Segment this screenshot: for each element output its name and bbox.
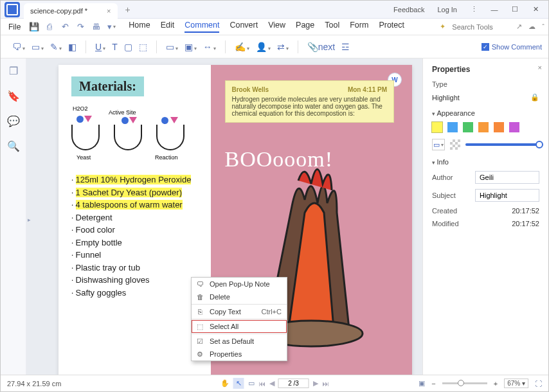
printer-icon[interactable]: 🖶 — [90, 21, 102, 33]
swatch-blue[interactable] — [447, 122, 458, 132]
magic-icon[interactable]: ✦ — [440, 22, 446, 31]
highlight-line-2[interactable]: 1 Sachet Dry Yeast (powder) — [76, 188, 182, 197]
minimize-button[interactable]: — — [485, 3, 503, 16]
swatch-orange2[interactable] — [494, 122, 504, 132]
highlight-tool[interactable]: ▭ — [32, 42, 44, 52]
ctx-properties[interactable]: ⚙Properties — [192, 348, 287, 361]
first-page-icon[interactable]: ⏮ — [258, 380, 266, 388]
swatch-orange[interactable] — [478, 122, 489, 132]
read-mode-icon[interactable]: ▭ — [248, 379, 255, 388]
swatch-purple[interactable] — [509, 122, 519, 132]
new-tab-button[interactable]: + — [125, 4, 130, 15]
comments-panel-icon[interactable]: 💬 — [7, 115, 20, 127]
close-tab-icon[interactable]: × — [107, 7, 111, 15]
ctx-open-popup[interactable]: 🗨Open Pop-Up Note — [192, 278, 287, 290]
zoom-in-icon[interactable]: + — [494, 380, 498, 388]
callout-tool[interactable]: ⬚ — [139, 42, 147, 52]
prev-page-icon[interactable]: ◀ — [269, 379, 274, 388]
external-link-icon[interactable]: ↗ — [516, 22, 522, 31]
attachment-icon[interactable]: 📎next — [307, 42, 335, 52]
subject-field[interactable] — [475, 189, 539, 202]
author-field[interactable] — [475, 171, 539, 184]
zoom-out-icon[interactable]: − — [431, 380, 435, 388]
swatch-green[interactable] — [463, 122, 473, 132]
page-number-field[interactable] — [278, 379, 309, 388]
menu-convert[interactable]: Convert — [230, 21, 258, 33]
zoom-value[interactable]: 67% ▾ — [504, 379, 528, 388]
menu-home[interactable]: Home — [129, 21, 150, 33]
undo-icon[interactable]: ↶ — [59, 21, 71, 33]
lock-icon[interactable]: 🔒 — [530, 93, 539, 102]
opacity-slider[interactable] — [465, 143, 539, 146]
close-window-button[interactable]: ✕ — [526, 3, 544, 16]
menu-page[interactable]: Page — [296, 21, 314, 33]
opacity-checker-icon[interactable] — [450, 139, 460, 150]
redo-icon[interactable]: ↷ — [75, 21, 86, 33]
quickaccess-dropdown[interactable]: ▾ — [105, 21, 117, 33]
popup-note[interactable]: Brook Wells Mon 4:11 PM Hydrogen peroxid… — [225, 80, 395, 123]
thumbnails-icon[interactable]: ❐ — [9, 65, 18, 77]
close-panel-icon[interactable]: × — [538, 64, 542, 71]
swatch-yellow[interactable] — [432, 122, 442, 132]
ctx-select-all[interactable]: ⬚Select All — [192, 320, 287, 333]
document-viewport[interactable]: ▸ Materials: H2O2 Active Site Yeast Reac… — [26, 58, 422, 375]
menu-form[interactable]: Form — [350, 21, 368, 33]
document-tab[interactable]: science-copy.pdf * × — [24, 3, 118, 19]
label-reaction: Reaction — [155, 154, 178, 161]
signature-tool[interactable]: ✍ — [235, 42, 249, 52]
menu-comment[interactable]: Comment — [184, 21, 219, 33]
highlight-line-1[interactable]: 125ml 10% Hydrogen Peroxide — [76, 175, 192, 184]
note-tool[interactable]: 🗨 — [12, 42, 25, 52]
menu-protect[interactable]: Protect — [379, 21, 404, 33]
menu-view[interactable]: View — [268, 21, 285, 33]
underline-tool[interactable]: U — [95, 42, 105, 52]
stamp-tool[interactable]: ▣ — [184, 42, 197, 52]
info-section[interactable]: Info — [432, 158, 539, 166]
note-body: Hydrogen peroxide molecules are very uns… — [232, 96, 388, 117]
pencil-tool[interactable]: ✎ — [50, 42, 62, 52]
hand-tool-icon[interactable]: ✋ — [221, 379, 230, 388]
ctx-copy-text[interactable]: ⎘Copy TextCtrl+C — [192, 305, 287, 318]
measure-tool[interactable]: ↔ — [203, 42, 216, 52]
text-tool[interactable]: T — [112, 42, 118, 52]
print-icon[interactable]: ⎙ — [44, 21, 55, 33]
dimensions-readout: 27.94 x 21.59 cm — [7, 380, 61, 388]
select-tool-icon[interactable]: ↖ — [233, 378, 244, 389]
maximize-button[interactable]: ☐ — [506, 3, 524, 16]
label-h2o2: H2O2 — [73, 105, 88, 112]
fit-width-icon[interactable]: ▣ — [419, 379, 425, 388]
save-icon[interactable]: 💾 — [28, 21, 40, 33]
next-page-icon[interactable]: ▶ — [313, 379, 318, 388]
zoom-slider[interactable] — [442, 382, 487, 384]
menu-tool[interactable]: Tool — [325, 21, 339, 33]
search-panel-icon[interactable]: 🔍 — [7, 140, 20, 152]
expand-left-icon[interactable]: ▸ — [28, 217, 31, 223]
shape-rect-tool[interactable]: ▭ — [166, 42, 178, 52]
created-label: Created — [432, 207, 457, 215]
search-tools-input[interactable] — [452, 23, 510, 31]
file-menu[interactable]: File — [4, 22, 24, 31]
type-value: Highlight — [432, 94, 460, 102]
menu-edit[interactable]: Edit — [161, 21, 175, 33]
appearance-section[interactable]: Appearance — [432, 109, 539, 117]
chevron-up-icon[interactable]: ˆ — [542, 23, 544, 31]
cloud-icon[interactable]: ☁ — [528, 22, 536, 31]
last-page-icon[interactable]: ⏭ — [322, 380, 329, 388]
feedback-link[interactable]: Feedback — [388, 3, 429, 16]
bookmark-icon[interactable]: 🔖 — [7, 90, 20, 102]
kebab-menu-icon[interactable]: ⋮ — [465, 3, 483, 16]
compare-tool[interactable]: ⇄ — [277, 42, 289, 52]
ctx-set-default[interactable]: ☑Set as Default — [192, 335, 287, 348]
user-tool[interactable]: 👤 — [256, 42, 271, 52]
comment-list-icon[interactable]: ☲ — [341, 42, 350, 52]
line-style-dropdown[interactable]: ▭ — [432, 139, 445, 150]
login-link[interactable]: Log In — [432, 3, 462, 16]
fullscreen-icon[interactable]: ⛶ — [535, 380, 542, 388]
show-comment-toggle[interactable]: ✓ Show Comment — [482, 43, 542, 51]
ctx-delete[interactable]: 🗑Delete — [192, 290, 287, 303]
eraser-tool[interactable]: ◧ — [68, 42, 76, 52]
properties-panel: × Properties Type Highlight🔒 Appearance … — [422, 58, 548, 375]
textbox-tool[interactable]: ▢ — [124, 42, 132, 52]
highlight-line-3[interactable]: 4 tablespoons of warm water — [76, 200, 183, 209]
note-icon: 🗨 — [195, 280, 204, 288]
